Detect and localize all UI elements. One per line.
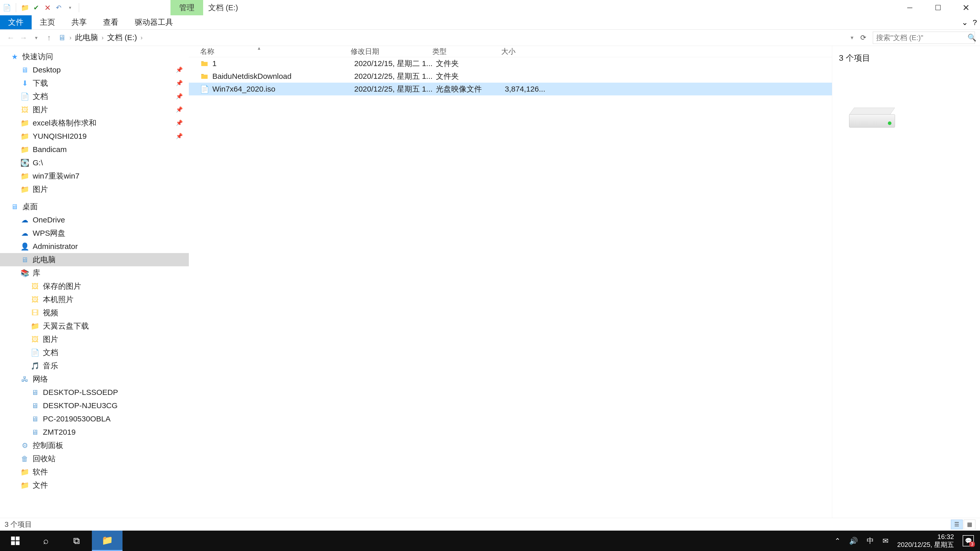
tree-wps[interactable]: ☁WPS网盘 xyxy=(0,227,189,240)
back-button[interactable]: ← xyxy=(5,32,16,43)
column-headers[interactable]: ▴ 名称 修改日期 类型 大小 xyxy=(189,46,832,57)
tree-libraries[interactable]: 📚库 xyxy=(0,266,189,279)
tree-music[interactable]: 🎵音乐 xyxy=(0,359,189,372)
breadcrumb[interactable]: 🖥 › 此电脑 › 文档 (E:) › xyxy=(56,32,846,43)
tree-net-pc1[interactable]: 🖥DESKTOP-LSSOEDP xyxy=(0,386,189,399)
expand-ribbon-icon[interactable]: ⌄ xyxy=(962,18,968,27)
qat-properties-icon[interactable]: 📁 xyxy=(21,3,29,12)
column-date[interactable]: 修改日期 xyxy=(351,47,432,56)
breadcrumb-pc-icon: 🖥 xyxy=(58,33,66,42)
tree-control-panel[interactable]: ⚙控制面板 xyxy=(0,439,189,452)
minimize-button[interactable]: ─ xyxy=(896,0,924,15)
tree-files[interactable]: 📁文件 xyxy=(0,478,189,492)
cloud-icon: ☁ xyxy=(21,229,29,238)
tab-file[interactable]: 文件 xyxy=(0,15,32,29)
tree-desktop[interactable]: 🖥Desktop📌 xyxy=(0,63,189,76)
tree-downloads[interactable]: ⬇下载📌 xyxy=(0,76,189,90)
details-view-button[interactable]: ☰ xyxy=(951,519,963,529)
tree-quick-access[interactable]: ★快速访问 xyxy=(0,50,189,63)
pin-icon: 📌 xyxy=(176,93,183,100)
tree-desktop-root[interactable]: 🖥桌面 xyxy=(0,200,189,213)
tab-view[interactable]: 查看 xyxy=(95,15,127,29)
tree-yunqishi[interactable]: 📁YUNQISHI2019📌 xyxy=(0,130,189,143)
contextual-tab-manage[interactable]: 管理 xyxy=(170,0,203,15)
tab-drive-tools[interactable]: 驱动器工具 xyxy=(127,15,181,29)
tree-tianyi[interactable]: 📁天翼云盘下载 xyxy=(0,319,189,333)
forward-button[interactable]: → xyxy=(18,32,29,43)
breadcrumb-this-pc[interactable]: 此电脑 xyxy=(73,32,100,43)
libraries-icon: 📚 xyxy=(21,268,29,277)
volume-icon[interactable]: 🔊 xyxy=(849,537,858,545)
tree-videos[interactable]: 🎞视频 xyxy=(0,306,189,319)
up-button[interactable]: ↑ xyxy=(43,32,55,43)
navigation-tree[interactable]: ★快速访问 🖥Desktop📌 ⬇下载📌 📄文档📌 🖼图片📌 📁excel表格制… xyxy=(0,46,189,518)
tree-documents[interactable]: 📄文档📌 xyxy=(0,90,189,103)
file-row[interactable]: 12020/12/15, 星期二 1...文件夹 xyxy=(189,57,832,70)
file-row[interactable]: BaiduNetdiskDownload2020/12/25, 星期五 1...… xyxy=(189,70,832,83)
system-tray: ⌃ 🔊 中 ✉ 16:32 2020/12/25, 星期五 💬3 xyxy=(835,533,980,549)
tree-recycle-bin[interactable]: 🗑回收站 xyxy=(0,452,189,465)
tree-camera-roll[interactable]: 🖼本机照片 xyxy=(0,293,189,306)
qat-checkmark-icon[interactable]: ✔ xyxy=(32,3,41,12)
close-button[interactable]: ✕ xyxy=(952,0,980,15)
tree-win7-reinstall[interactable]: 📁win7重装win7 xyxy=(0,169,189,183)
tree-bandicam[interactable]: 📁Bandicam xyxy=(0,143,189,156)
tree-network[interactable]: 🖧网络 xyxy=(0,372,189,386)
tree-onedrive[interactable]: ☁OneDrive xyxy=(0,213,189,227)
qat-dropdown-icon[interactable]: ▾ xyxy=(65,3,74,12)
chevron-right-icon[interactable]: › xyxy=(139,34,144,41)
breadcrumb-location[interactable]: 文档 (E:) xyxy=(105,32,139,43)
ime-indicator[interactable]: 中 xyxy=(867,536,874,546)
icons-view-button[interactable]: ▦ xyxy=(964,519,975,529)
computer-icon: 🖥 xyxy=(30,401,39,410)
tree-net-pc3[interactable]: 🖥PC-20190530OBLA xyxy=(0,412,189,426)
folder-icon: 📁 xyxy=(21,119,29,127)
column-name[interactable]: 名称 xyxy=(200,47,351,56)
maximize-button[interactable]: ☐ xyxy=(924,0,952,15)
task-view-button[interactable]: ⧉ xyxy=(61,530,92,551)
tree-saved-pictures[interactable]: 🖼保存的图片 xyxy=(0,279,189,293)
app-icon: 📄 xyxy=(3,3,11,12)
computer-icon: 🖥 xyxy=(30,428,39,437)
tree-pictures-2[interactable]: 📁图片 xyxy=(0,183,189,196)
tree-pictures-lib[interactable]: 🖼图片 xyxy=(0,333,189,346)
file-list[interactable]: ▴ 名称 修改日期 类型 大小 12020/12/15, 星期二 1...文件夹… xyxy=(189,46,832,518)
search-input[interactable] xyxy=(876,34,967,42)
pin-icon: 📌 xyxy=(176,120,183,126)
tree-documents-lib[interactable]: 📄文档 xyxy=(0,346,189,359)
search-icon[interactable]: 🔍 xyxy=(967,33,977,42)
column-type[interactable]: 类型 xyxy=(432,47,501,56)
chevron-right-icon[interactable]: › xyxy=(100,34,105,41)
file-explorer-taskbar-button[interactable]: 📁 xyxy=(92,530,123,551)
tray-app-icon[interactable]: ✉ xyxy=(883,537,888,545)
folder-icon: 📁 xyxy=(21,185,29,194)
tree-net-pc4[interactable]: 🖥ZMT2019 xyxy=(0,426,189,439)
tree-administrator[interactable]: 👤Administrator xyxy=(0,240,189,253)
refresh-button[interactable]: ⟳ xyxy=(858,33,869,42)
search-button[interactable]: ⌕ xyxy=(30,530,61,551)
tree-g-drive[interactable]: 💽G:\ xyxy=(0,156,189,169)
tree-software[interactable]: 📁软件 xyxy=(0,465,189,478)
tree-net-pc2[interactable]: 🖥DESKTOP-NJEU3CG xyxy=(0,399,189,412)
action-center-button[interactable]: 💬3 xyxy=(963,535,974,546)
address-dropdown-icon[interactable]: ▾ xyxy=(848,35,856,41)
tree-this-pc[interactable]: 🖥此电脑 xyxy=(0,253,189,266)
tray-expand-icon[interactable]: ⌃ xyxy=(835,537,840,545)
clock[interactable]: 16:32 2020/12/25, 星期五 xyxy=(897,533,954,549)
folder-icon: 📁 xyxy=(30,322,39,330)
chevron-right-icon[interactable]: › xyxy=(68,34,73,41)
help-icon[interactable]: ? xyxy=(973,18,977,27)
search-box[interactable]: 🔍 xyxy=(873,32,975,44)
qat-undo-icon[interactable]: ↶ xyxy=(54,3,63,12)
tab-home[interactable]: 主页 xyxy=(32,15,63,29)
column-size[interactable]: 大小 xyxy=(501,47,542,56)
tab-share[interactable]: 共享 xyxy=(63,15,95,29)
start-button[interactable] xyxy=(0,530,30,551)
tree-pictures[interactable]: 🖼图片📌 xyxy=(0,103,189,116)
tree-excel-folder[interactable]: 📁excel表格制作求和📌 xyxy=(0,116,189,130)
status-bar: 3 个项目 ☰ ▦ xyxy=(0,518,980,530)
file-row[interactable]: 📄Win7x64_2020.iso2020/12/25, 星期五 1...光盘映… xyxy=(189,83,832,95)
recent-locations-icon[interactable]: ▾ xyxy=(30,32,42,43)
svg-rect-3 xyxy=(16,541,20,545)
qat-delete-icon[interactable]: ✕ xyxy=(43,3,52,12)
